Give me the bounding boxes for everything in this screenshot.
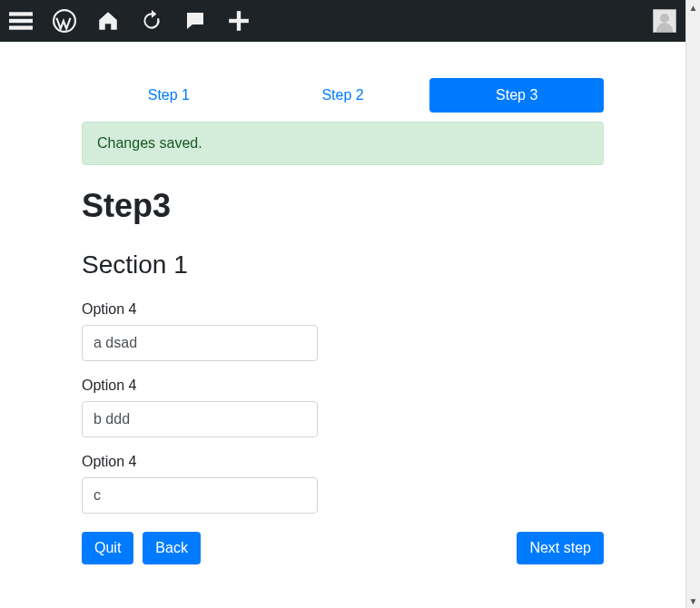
step-3-tab[interactable]: Step 3 — [429, 78, 604, 113]
field-group-2: Option 4 — [82, 378, 604, 437]
field-2-label: Option 4 — [82, 378, 604, 394]
svg-rect-1 — [9, 19, 33, 23]
field-1-input[interactable] — [82, 325, 318, 361]
menu-icon[interactable] — [9, 9, 33, 33]
svg-rect-0 — [9, 12, 33, 15]
scroll-up-arrow[interactable]: ▲ — [686, 0, 701, 15]
back-button[interactable]: Back — [143, 532, 201, 564]
avatar[interactable] — [653, 9, 676, 33]
field-group-1: Option 4 — [82, 301, 604, 361]
field-3-label: Option 4 — [82, 454, 604, 470]
step-1-tab[interactable]: Step 1 — [82, 78, 256, 113]
svg-rect-2 — [9, 25, 33, 29]
next-step-button[interactable]: Next step — [517, 532, 604, 564]
step-2-tab[interactable]: Step 2 — [256, 78, 430, 113]
page-content: Step 1 Step 2 Step 3 Changes saved. Step… — [0, 42, 685, 601]
action-row: Quit Back Next step — [82, 532, 604, 564]
refresh-icon[interactable] — [140, 9, 163, 33]
home-icon[interactable] — [96, 9, 120, 33]
vertical-scrollbar[interactable]: ▲ ▼ — [685, 0, 700, 608]
success-alert: Changes saved. — [82, 122, 604, 165]
svg-rect-5 — [229, 19, 249, 23]
comment-icon[interactable] — [183, 9, 207, 33]
quit-button[interactable]: Quit — [82, 532, 133, 564]
admin-bar — [0, 0, 685, 42]
field-group-3: Option 4 — [82, 454, 604, 514]
field-2-input[interactable] — [82, 401, 318, 437]
section-title: Section 1 — [82, 250, 604, 279]
step-nav: Step 1 Step 2 Step 3 — [82, 78, 604, 113]
plus-icon[interactable] — [227, 9, 251, 33]
scroll-down-arrow[interactable]: ▼ — [686, 593, 701, 608]
page-title: Step3 — [82, 187, 604, 225]
wordpress-icon[interactable] — [53, 9, 76, 33]
field-3-input[interactable] — [82, 477, 318, 514]
field-1-label: Option 4 — [82, 301, 604, 318]
